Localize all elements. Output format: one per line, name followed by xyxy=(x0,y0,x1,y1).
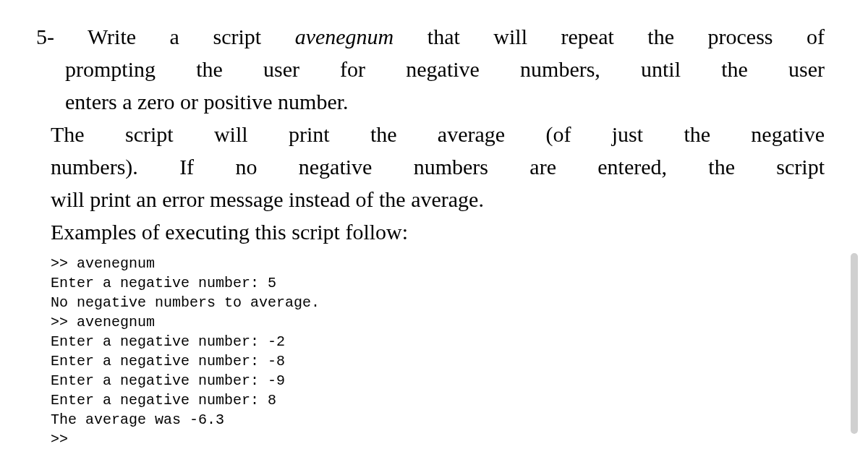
problem-number: 5- xyxy=(36,25,54,48)
code-line: >> avenegnum xyxy=(51,254,825,273)
code-line: Enter a negative number: 8 xyxy=(51,390,825,410)
problem-para2-line-2: numbers). If no negative numbers are ent… xyxy=(36,150,825,183)
code-example-block: >> avenegnum Enter a negative number: 5 … xyxy=(36,254,825,449)
line1-suffix: that will repeat the process of xyxy=(393,25,825,48)
scrollbar-thumb[interactable] xyxy=(851,253,858,434)
code-line: Enter a negative number: -8 xyxy=(51,351,825,371)
problem-para2-line-1: The script will print the average (of ju… xyxy=(36,118,825,150)
problem-line-1: 5- Write a script avenegnum that will re… xyxy=(36,20,825,53)
problem-line-3: enters a zero or positive number. xyxy=(36,85,825,118)
code-line: Enter a negative number: -2 xyxy=(51,332,825,351)
code-line: The average was -6.3 xyxy=(51,410,825,430)
script-name: avenegnum xyxy=(295,25,394,48)
code-line: Enter a negative number: 5 xyxy=(51,273,825,293)
code-line: >> xyxy=(51,430,825,449)
line1-prefix: Write a script xyxy=(88,25,295,48)
code-line: No negative numbers to average. xyxy=(51,293,825,312)
code-line: Enter a negative number: -9 xyxy=(51,371,825,390)
problem-statement: 5- Write a script avenegnum that will re… xyxy=(36,20,825,248)
problem-line-2: prompting the user for negative numbers,… xyxy=(36,53,825,85)
problem-container: 5- Write a script avenegnum that will re… xyxy=(36,20,825,449)
problem-para2-line-3: will print an error message instead of t… xyxy=(36,183,825,215)
code-line: >> avenegnum xyxy=(51,312,825,332)
examples-intro: Examples of executing this script follow… xyxy=(36,215,825,248)
scrollbar-track[interactable] xyxy=(854,0,864,457)
